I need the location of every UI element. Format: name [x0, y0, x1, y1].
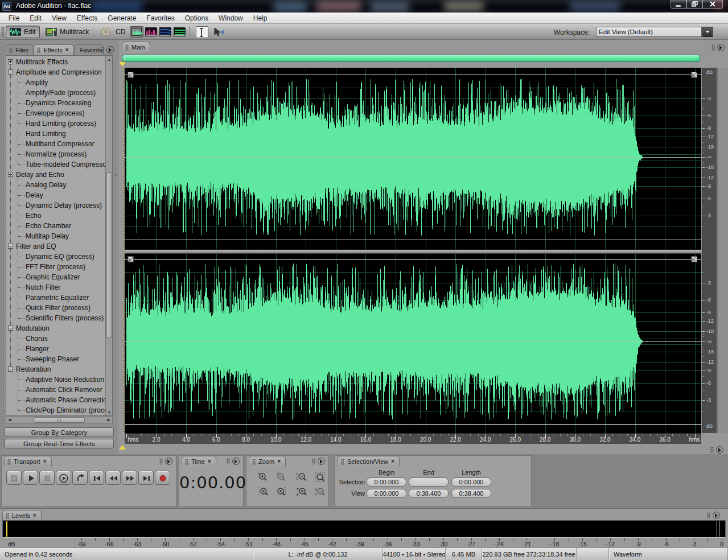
tree-effect-item[interactable]: Multitap Delay	[6, 231, 105, 241]
mode-button-cd[interactable]: CD	[98, 26, 129, 38]
mode-button-edit[interactable]: Edit	[6, 26, 40, 38]
level-meter[interactable]	[2, 520, 726, 538]
zoom-to-selection-button[interactable]	[312, 471, 327, 483]
panel-menu-button[interactable]	[165, 458, 172, 465]
tab-zoom[interactable]: Zoom×	[249, 456, 286, 467]
scroll-up-arrow[interactable]: ▲	[106, 56, 113, 63]
go-to-beginning-button[interactable]	[89, 471, 104, 485]
panel-menu-button[interactable]	[713, 512, 720, 519]
title-bar[interactable]: Au Adobe Audition - flac.flac	[0, 0, 728, 13]
restore-button[interactable]	[686, 0, 702, 9]
tree-effect-item[interactable]: Dynamics Processing	[6, 98, 105, 108]
close-tab-icon[interactable]: ×	[277, 459, 281, 464]
menu-effects[interactable]: Effects	[72, 13, 102, 23]
selection-length-field[interactable]: 0:00.000	[451, 477, 491, 487]
tree-effect-item[interactable]: Flanger	[6, 344, 105, 354]
tree-effect-item[interactable]: Amplify	[6, 77, 105, 88]
menu-favorites[interactable]: Favorites	[141, 13, 179, 23]
tree-category[interactable]: Modulation	[6, 323, 105, 333]
tree-effect-item[interactable]: Amplify/Fade (process)	[6, 88, 105, 98]
zoom-in-right-edge-button[interactable]	[274, 485, 289, 497]
view-begin-field[interactable]: 0:00.000	[367, 489, 406, 498]
tab-effects[interactable]: Effects×	[34, 44, 73, 55]
close-tab-icon[interactable]: ×	[65, 47, 69, 53]
cursor-marker-bottom[interactable]	[119, 445, 126, 450]
scroll-right-arrow[interactable]: ▶	[105, 417, 112, 423]
tree-effect-item[interactable]: Delay	[6, 190, 105, 200]
menu-window[interactable]: Window	[213, 13, 248, 23]
panel-menu-button[interactable]	[232, 458, 240, 465]
tab-files[interactable]: Files	[6, 44, 34, 55]
tab-transport[interactable]: Transport×	[4, 456, 52, 467]
tree-effect-item[interactable]: FFT Filter (process)	[6, 262, 105, 272]
playback-cursor[interactable]	[124, 68, 124, 433]
panel-grip-dots[interactable]	[227, 458, 230, 464]
waveform-display[interactable]	[125, 68, 701, 433]
menu-file[interactable]: File	[3, 13, 24, 23]
panel-grip-dots[interactable]	[101, 47, 104, 53]
tree-category[interactable]: Filter and EQ	[6, 241, 105, 252]
panel-grip-dots[interactable]	[312, 458, 315, 464]
tree-category[interactable]: Amplitude and Compression	[6, 67, 105, 77]
tree-vertical-scrollbar[interactable]: ▲ ▼	[105, 56, 112, 415]
panel-menu-button[interactable]	[716, 446, 723, 454]
view-length-field[interactable]: 0:38.400	[451, 489, 491, 498]
close-tab-icon[interactable]: ×	[43, 459, 47, 464]
tree-effect-item[interactable]: Analog Delay	[6, 180, 105, 190]
menu-options[interactable]: Options	[180, 13, 213, 23]
group-realtime-effects-button[interactable]: Group Real-Time Effects	[5, 439, 114, 448]
panel-grip-dots[interactable]	[711, 44, 715, 51]
panel-grip-dots[interactable]	[707, 512, 710, 518]
panel-menu-button[interactable]	[318, 458, 325, 465]
dock-grip-strip[interactable]	[0, 42, 5, 450]
overview-bar[interactable]	[122, 55, 700, 62]
selection-begin-field[interactable]: 0:00.000	[367, 477, 406, 487]
tree-category[interactable]: Delay and Echo	[6, 170, 105, 180]
timeline-ruler[interactable]: hms2.04.06.08.010.012.014.016.018.020.02…	[125, 433, 701, 444]
zoom-in-vertically-button[interactable]	[294, 485, 309, 497]
workspace-select[interactable]: Edit View (Default)	[596, 27, 702, 37]
tree-effect-item[interactable]: Envelope (process)	[6, 108, 105, 118]
tree-category[interactable]: Multitrack Effects	[6, 57, 105, 67]
overview-start-handle[interactable]	[124, 56, 125, 61]
spectral-phase-view-button[interactable]	[172, 26, 186, 38]
group-by-category-button[interactable]: Group By Category	[5, 427, 114, 437]
tree-effect-item[interactable]: Echo Chamber	[6, 221, 105, 231]
tree-effect-item[interactable]: Quick Filter (process)	[6, 303, 105, 313]
tree-effect-item[interactable]: Automatic Click Remover	[6, 385, 105, 395]
tab-selection-view[interactable]: Selection/View×	[338, 456, 400, 467]
tab-levels[interactable]: Levels×	[2, 510, 42, 521]
zoom-out-horizontally-button[interactable]	[274, 471, 289, 483]
tree-horizontal-scrollbar[interactable]: ◀ ▶	[6, 416, 113, 424]
zoom-in-horizontally-button[interactable]	[256, 471, 270, 483]
tab-favorites[interactable]: Favorites	[74, 44, 104, 55]
vscroll-thumb[interactable]	[106, 172, 112, 337]
dock-splitter-grip[interactable]	[114, 168, 118, 180]
panel-menu-button[interactable]	[106, 46, 114, 53]
go-to-end-button[interactable]	[138, 471, 154, 485]
tree-effect-item[interactable]: Scientific Filters (process)	[6, 313, 105, 323]
toolbar-grip[interactable]	[1, 27, 4, 37]
cursor-marker-top[interactable]	[119, 62, 126, 67]
pause-button[interactable]	[39, 471, 55, 485]
zoom-out-vertically-button[interactable]	[312, 485, 327, 497]
zoom-out-full-button[interactable]	[294, 471, 309, 483]
rewind-button[interactable]	[105, 471, 121, 485]
tab-main[interactable]: Main	[122, 42, 150, 52]
panel-menu-button[interactable]	[717, 44, 725, 51]
hscroll-thumb[interactable]	[34, 417, 85, 423]
tree-category[interactable]: Restoration	[6, 364, 105, 374]
close-button[interactable]	[702, 0, 723, 9]
menu-view[interactable]: View	[47, 13, 72, 23]
close-tab-icon[interactable]: ×	[208, 459, 211, 464]
menu-edit[interactable]: Edit	[24, 13, 47, 23]
play-button[interactable]	[23, 471, 38, 485]
waveform-view-button[interactable]	[130, 26, 143, 38]
tree-effect-item[interactable]: Multiband Compressor	[6, 139, 105, 149]
tree-effect-item[interactable]: Dynamic EQ (process)	[6, 252, 105, 262]
stop-button[interactable]	[6, 471, 22, 485]
tree-effect-item[interactable]: Chorus	[6, 333, 105, 344]
tree-effect-item[interactable]: Tube-modeled Compressor	[6, 159, 105, 170]
tree-effect-item[interactable]: Dynamic Delay (process)	[6, 200, 105, 211]
spectral-frequency-view-button[interactable]	[144, 26, 158, 38]
